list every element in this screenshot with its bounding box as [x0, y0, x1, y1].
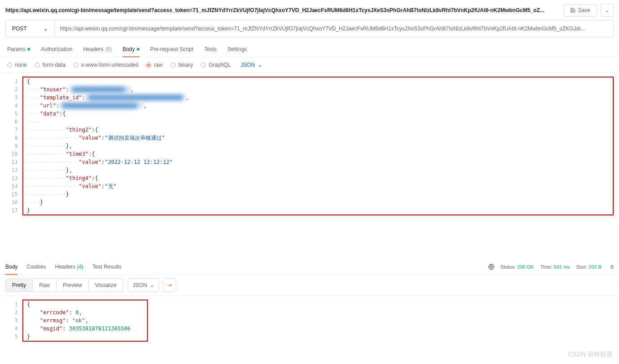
resp-tab-headers[interactable]: Headers (4): [55, 259, 83, 274]
status-info: Status: 200 OK Time: 531 ms Size: 203 B …: [488, 264, 614, 270]
radio-none[interactable]: none: [7, 62, 27, 68]
radio-formdata[interactable]: form-data: [35, 62, 65, 68]
chevron-down-icon: ⌄: [43, 26, 48, 32]
wrap-icon: ⇥: [167, 282, 172, 288]
radio-icon: [171, 63, 176, 68]
view-preview[interactable]: Preview: [56, 278, 89, 292]
status-label: Status: 200 OK: [501, 264, 534, 270]
view-raw[interactable]: Raw: [33, 278, 56, 292]
radio-raw[interactable]: raw: [146, 62, 162, 68]
response-body-viewer[interactable]: 1{ 2 "errcode": 0, 3 "errmsg": "ok", 4 "…: [0, 296, 619, 345]
size-label: Size: 203 B: [576, 264, 601, 270]
radio-icon: [7, 63, 12, 68]
request-body-editor[interactable]: 1{ 2····"touser":"████████████████k", 3·…: [0, 73, 619, 219]
time-label: Time: 531 ms: [540, 264, 570, 270]
request-tabs: Params Authorization Headers (8) Body Pr…: [0, 43, 619, 57]
method-url-row: POST ⌄ https://api.weixin.qq.com/cgi-bin…: [0, 20, 619, 43]
response-view-row: Pretty Raw Preview Visualize JSON⌄ ⇥: [0, 275, 619, 296]
chevron-down-icon: ⌄: [605, 7, 610, 13]
tab-settings[interactable]: Settings: [228, 43, 247, 57]
view-visualize[interactable]: Visualize: [89, 278, 123, 292]
tab-tests[interactable]: Tests: [204, 43, 216, 57]
resp-tab-testresults[interactable]: Test Results: [92, 259, 121, 274]
radio-icon: [201, 63, 206, 68]
code-highlight-box: 1{ 2 "errcode": 0, 3 "errmsg": "ok", 4 "…: [22, 300, 148, 342]
dot-indicator: [137, 48, 139, 51]
resp-tab-cookies[interactable]: Cookies: [26, 259, 46, 274]
save-response-button[interactable]: S: [610, 264, 614, 270]
url-display: https://api.weixin.qq.com/cgi-bin/messag…: [5, 7, 560, 13]
code-highlight-box: 1{ 2····"touser":"████████████████k", 3·…: [22, 77, 614, 215]
radio-graphql[interactable]: GraphQL: [201, 62, 230, 68]
radio-icon: [146, 63, 151, 68]
resp-tab-body[interactable]: Body: [5, 259, 17, 274]
save-button[interactable]: Save: [563, 4, 597, 17]
radio-icon: [74, 63, 78, 68]
radio-binary[interactable]: binary: [171, 62, 193, 68]
tab-prerequest[interactable]: Pre-request Script: [150, 43, 194, 57]
wrap-button[interactable]: ⇥: [163, 278, 176, 292]
save-dropdown[interactable]: ⌄: [601, 4, 614, 17]
view-pretty[interactable]: Pretty: [5, 278, 33, 292]
response-format-select[interactable]: JSON⌄: [128, 278, 159, 292]
method-value: POST: [12, 26, 27, 32]
raw-type-select[interactable]: JSON⌄: [241, 62, 262, 68]
chevron-down-icon: ⌄: [150, 282, 154, 288]
save-label: Save: [578, 7, 590, 13]
tab-body[interactable]: Body: [122, 43, 139, 57]
chevron-down-icon: ⌄: [258, 62, 262, 68]
dot-indicator: [27, 48, 30, 51]
response-tabs-row: Body Cookies Headers (4) Test Results St…: [0, 259, 619, 275]
top-bar: https://api.weixin.qq.com/cgi-bin/messag…: [0, 0, 619, 20]
tab-params[interactable]: Params: [7, 43, 30, 57]
radio-xform[interactable]: x-www-form-urlencoded: [74, 62, 138, 68]
body-type-row: none form-data x-www-form-urlencoded raw…: [0, 57, 619, 73]
save-icon: [570, 8, 576, 13]
tab-authorization[interactable]: Authorization: [41, 43, 72, 57]
radio-icon: [35, 63, 40, 68]
globe-icon: [488, 264, 494, 270]
response-tabs: Body Cookies Headers (4) Test Results: [5, 259, 488, 274]
url-input[interactable]: https://api.weixin.qq.com/cgi-bin/messag…: [55, 20, 614, 37]
tab-headers[interactable]: Headers (8): [83, 43, 112, 57]
method-select[interactable]: POST ⌄: [5, 20, 55, 37]
